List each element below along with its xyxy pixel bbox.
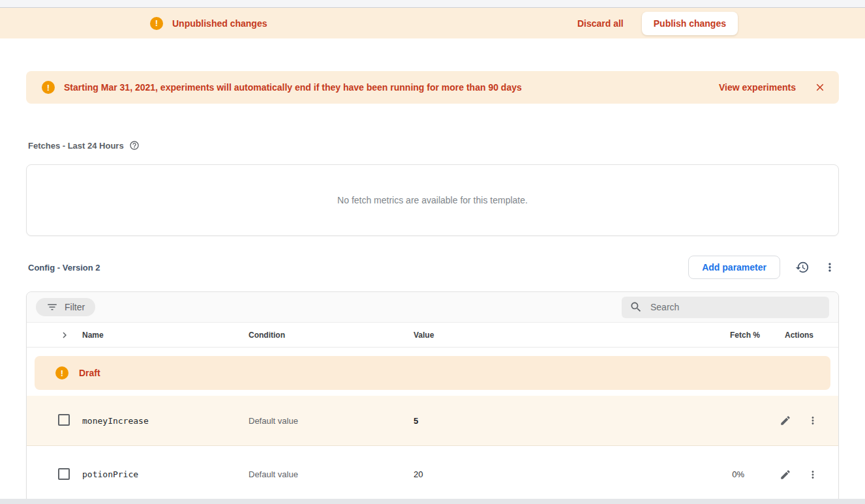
draft-label: Draft	[79, 368, 100, 378]
kebab-icon	[823, 261, 836, 274]
row-overflow-menu-button[interactable]	[803, 411, 823, 430]
close-icon	[814, 82, 826, 93]
column-header-fetch: Fetch %	[682, 331, 760, 340]
help-icon	[129, 140, 140, 151]
column-header-name: Name	[82, 331, 249, 340]
param-fetch-percent: 0%	[682, 469, 760, 479]
filter-label: Filter	[65, 302, 85, 312]
no-metrics-message: No fetch metrics are available for this …	[337, 195, 528, 205]
column-header-condition: Condition	[249, 331, 414, 340]
filter-chip[interactable]: Filter	[36, 298, 95, 316]
publish-changes-button[interactable]: Publish changes	[642, 12, 738, 35]
expand-all-button[interactable]	[58, 329, 71, 342]
alert-icon	[42, 81, 55, 94]
kebab-icon	[807, 415, 819, 426]
param-name: moneyIncrease	[82, 416, 249, 426]
help-button[interactable]	[129, 140, 140, 151]
draft-banner: Draft	[35, 356, 830, 390]
param-name: potionPrice	[82, 469, 249, 479]
search-box[interactable]	[622, 297, 829, 318]
parameters-table-card: Filter Name Condition Value Fetch % Acti…	[26, 291, 839, 503]
close-banner-button[interactable]	[813, 80, 827, 95]
add-parameter-button[interactable]: Add parameter	[688, 256, 780, 279]
column-header-value: Value	[414, 331, 682, 340]
history-icon	[795, 260, 810, 274]
experiments-notice-banner: Starting Mar 31, 2021, experiments will …	[26, 71, 839, 104]
config-section-header: Config - Version 2 Add parameter	[28, 253, 842, 282]
row-overflow-menu-button[interactable]	[803, 465, 823, 484]
unpublished-changes-bar: Unpublished changes Discard all Publish …	[0, 8, 865, 38]
param-condition: Default value	[249, 469, 414, 479]
edit-parameter-button[interactable]	[776, 411, 795, 430]
filter-icon	[46, 301, 58, 313]
unpublished-changes-status: Unpublished changes	[150, 17, 267, 30]
config-version-title: Config - Version 2	[28, 263, 100, 273]
fetches-section-header: Fetches - Last 24 Hours	[28, 140, 865, 151]
param-condition: Default value	[249, 416, 414, 426]
kebab-icon	[807, 469, 819, 481]
row-checkbox[interactable]	[58, 414, 70, 426]
chevron-right-icon	[59, 329, 70, 341]
experiments-notice-text: Starting Mar 31, 2021, experiments will …	[64, 82, 522, 93]
pencil-icon	[780, 415, 791, 426]
discard-all-button[interactable]: Discard all	[577, 18, 624, 29]
table-row: moneyIncrease Default value 5	[27, 396, 838, 446]
param-value: 20	[414, 469, 682, 479]
draft-banner-wrap: Draft	[27, 348, 838, 396]
browser-chrome-strip	[0, 0, 865, 8]
view-experiments-link[interactable]: View experiments	[719, 82, 796, 93]
config-overflow-menu-button[interactable]	[818, 256, 842, 279]
experiments-notice-content: Starting Mar 31, 2021, experiments will …	[42, 81, 522, 94]
config-actions: Add parameter	[688, 256, 842, 279]
search-input[interactable]	[650, 302, 821, 312]
fetches-title: Fetches - Last 24 Hours	[28, 141, 124, 151]
param-value: 5	[414, 416, 682, 426]
page-bottom-strip	[0, 499, 865, 504]
table-row: potionPrice Default value 20 0%	[27, 446, 838, 503]
alert-icon	[150, 17, 163, 30]
fetch-metrics-card: No fetch metrics are available for this …	[26, 164, 839, 236]
pencil-icon	[780, 469, 791, 481]
table-toolbar: Filter	[27, 292, 838, 323]
experiments-notice-actions: View experiments	[719, 80, 827, 95]
table-header-row: Name Condition Value Fetch % Actions	[27, 323, 838, 348]
alert-icon	[55, 366, 68, 379]
unpublished-changes-actions: Discard all Publish changes	[577, 12, 738, 35]
search-icon	[630, 301, 643, 314]
edit-parameter-button[interactable]	[776, 465, 795, 484]
unpublished-changes-label: Unpublished changes	[172, 18, 267, 29]
version-history-button[interactable]	[791, 256, 814, 279]
row-checkbox[interactable]	[58, 468, 70, 480]
column-header-actions: Actions	[760, 331, 838, 340]
